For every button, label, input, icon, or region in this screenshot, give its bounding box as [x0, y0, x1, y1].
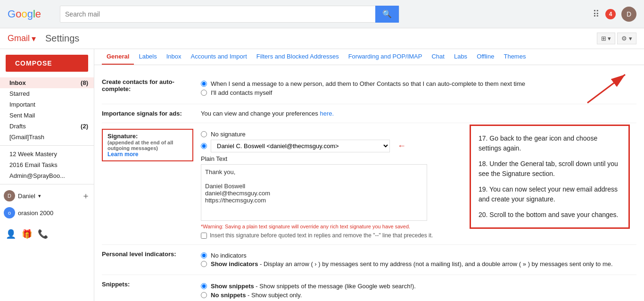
phone-icon[interactable]: 📞: [38, 229, 48, 239]
sidebar-drafts-label: Drafts: [9, 123, 26, 130]
autocomplete-radio2[interactable]: [201, 90, 207, 96]
autocomplete-option2-label: I'll add contacts myself: [211, 89, 272, 96]
show-snippets-radio[interactable]: [201, 283, 207, 289]
sig-line3: Daniel Boswell: [205, 183, 423, 190]
sidebar-item-2016[interactable]: 2016 Email Tasks: [0, 159, 94, 170]
annotation-step17: 17. Go back to the gear icon and choose …: [479, 134, 621, 153]
show-indicators-radio[interactable]: [201, 261, 207, 267]
sidebar-item-inbox[interactable]: Inbox (8): [0, 77, 94, 88]
settings-gear-button[interactable]: ⚙ ▾: [617, 33, 636, 44]
tab-forwarding[interactable]: Forwarding and POP/IMAP: [344, 49, 427, 65]
sidebar-user-daniel[interactable]: D Daniel ▾ ＋: [0, 187, 94, 204]
notification-badge[interactable]: 4: [605, 9, 616, 19]
indicators-value: No indicators Show indicators - Display …: [201, 251, 636, 269]
sidebar-item-drafts[interactable]: Drafts (2): [0, 121, 94, 132]
sig-checkbox-label: Insert this signature before quoted text…: [210, 232, 433, 239]
content-area: General Labels Inbox Accounts and Import…: [94, 49, 644, 301]
orasion-name: orasion 2000: [18, 209, 53, 217]
compose-button[interactable]: COMPOSE: [6, 55, 88, 72]
top-right-icons: ⠿ 4 D: [593, 7, 636, 22]
signature-learn-more[interactable]: Learn more: [107, 151, 188, 158]
sidebar-item-admin[interactable]: Admin@SprayBoo...: [0, 170, 94, 181]
snippets-label: Snippets:: [102, 281, 201, 288]
sidebar-item-12week[interactable]: 12 Week Mastery: [0, 149, 94, 159]
autocomplete-row: Create contacts for auto-complete: When …: [102, 73, 636, 104]
show-snippets-row: Show snippets - Show snippets of the mes…: [201, 283, 636, 290]
signature-text-area[interactable]: Thank you, Daniel Boswell daniel@thecmsg…: [201, 164, 427, 221]
sig-email-radio[interactable]: [201, 143, 207, 149]
show-indicators-row: Show indicators - Display an arrow ( › )…: [201, 260, 636, 268]
sidebar-divider2: [0, 184, 94, 184]
sidebar-item-important[interactable]: Important: [0, 99, 94, 110]
no-sig-label: No signature: [211, 131, 246, 138]
annotation-step19: 19. You can now select your new email ad…: [479, 184, 621, 204]
signature-sublabel: (appended at the end of all outgoing mes…: [107, 140, 188, 151]
indicators-row: Personal level indicators: No indicators…: [102, 245, 636, 275]
autocomplete-label: Create contacts for auto-complete:: [102, 78, 201, 92]
tab-themes[interactable]: Themes: [499, 49, 530, 65]
no-sig-radio[interactable]: [201, 131, 207, 137]
page-title: Settings: [45, 33, 597, 44]
signature-label-box: Signature: (appended at the end of all o…: [102, 129, 193, 161]
autocomplete-value: When I send a message to a new person, a…: [201, 78, 636, 98]
apps-grid-icon[interactable]: ⠿: [593, 8, 600, 20]
importance-link[interactable]: here.: [320, 110, 334, 117]
add-account-icon[interactable]: ＋: [82, 190, 90, 201]
activity-icon[interactable]: 🎁: [22, 229, 32, 239]
sidebar-item-sent[interactable]: Sent Mail: [0, 110, 94, 121]
settings-tabs: General Labels Inbox Accounts and Import…: [94, 49, 644, 65]
snippets-row: Snippets: Show snippets - Show snippets …: [102, 275, 636, 301]
show-snippets-label: Show snippets - Show snippets of the mes…: [211, 283, 416, 290]
importance-label: Importance signals for ads:: [102, 110, 201, 117]
no-indicators-label: No indicators: [211, 252, 247, 259]
sidebar-trash-label: [Gmail]Trash: [9, 134, 44, 141]
tab-general[interactable]: General: [102, 49, 134, 65]
gmail-label[interactable]: Gmail ▾: [8, 33, 36, 44]
tab-labels[interactable]: Labels: [134, 49, 161, 65]
autocomplete-radio1[interactable]: [201, 81, 207, 87]
sig-line5: https://thecmsguy.com: [205, 197, 423, 204]
logo-e: e: [35, 8, 41, 20]
show-indicators-label: Show indicators - Display an arrow ( › )…: [211, 260, 613, 268]
annotation-box: 17. Go back to the gear icon and choose …: [470, 125, 630, 229]
contacts-icon[interactable]: 👤: [6, 229, 16, 239]
tab-chat[interactable]: Chat: [427, 49, 449, 65]
importance-text: You can view and change your preferences: [201, 110, 320, 117]
tab-accounts[interactable]: Accounts and Import: [186, 49, 252, 65]
indicators-label: Personal level indicators:: [102, 251, 201, 258]
logo-g: G: [8, 8, 16, 20]
sig-checkbox[interactable]: [201, 233, 207, 239]
sidebar-item-starred[interactable]: Starred: [0, 88, 94, 99]
search-button[interactable]: 🔍: [375, 6, 399, 23]
main-layout: COMPOSE Inbox (8) Starred Important Sent…: [0, 49, 644, 301]
logo-o1: o: [16, 8, 21, 20]
sidebar-user-orasion[interactable]: o orasion 2000: [0, 204, 94, 221]
google-logo: Google: [8, 8, 41, 20]
autocomplete-option1-row: When I send a message to a new person, a…: [201, 80, 636, 87]
sidebar-12week-label: 12 Week Mastery: [9, 150, 57, 158]
logo-o2: o: [21, 8, 27, 20]
sidebar-drafts-count: (2): [81, 123, 88, 130]
sidebar-inbox-count: (8): [81, 79, 88, 86]
signature-email-select[interactable]: Daniel C. Boswell <daniel@thecmsguy.com>: [211, 140, 390, 152]
search-input[interactable]: [60, 10, 375, 18]
tab-filters[interactable]: Filters and Blocked Addresses: [252, 49, 344, 65]
orasion-avatar: o: [4, 207, 15, 218]
tab-inbox[interactable]: Inbox: [162, 49, 186, 65]
sidebar-important-label: Important: [9, 101, 35, 108]
sig-line1: Thank you,: [205, 168, 423, 176]
annotation-step20: 20. Scroll to the bottom and save your c…: [479, 210, 621, 220]
tab-labs[interactable]: Labs: [449, 49, 472, 65]
user-avatar[interactable]: D: [621, 7, 636, 22]
no-snippets-row: No snippets - Show subject only.: [201, 292, 636, 299]
layout-button[interactable]: ⊞ ▾: [597, 33, 616, 44]
tab-offline[interactable]: Offline: [472, 49, 499, 65]
sig-checkbox-row: Insert this signature before quoted text…: [201, 232, 636, 239]
no-snippets-radio[interactable]: [201, 292, 207, 298]
no-indicators-radio[interactable]: [201, 252, 207, 259]
sidebar-starred-label: Starred: [9, 90, 30, 97]
sidebar: COMPOSE Inbox (8) Starred Important Sent…: [0, 49, 94, 301]
no-indicators-row: No indicators: [201, 252, 636, 259]
sidebar-item-trash[interactable]: [Gmail]Trash: [0, 132, 94, 142]
autocomplete-option2-row: I'll add contacts myself: [201, 89, 636, 96]
